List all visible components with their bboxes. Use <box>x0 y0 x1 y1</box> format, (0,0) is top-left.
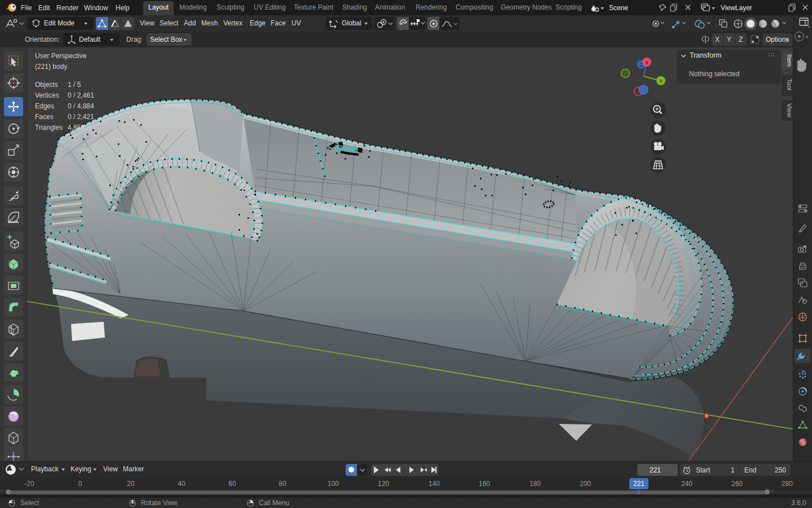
svg-text:Y: Y <box>659 78 663 84</box>
svg-text:X: X <box>645 59 649 65</box>
